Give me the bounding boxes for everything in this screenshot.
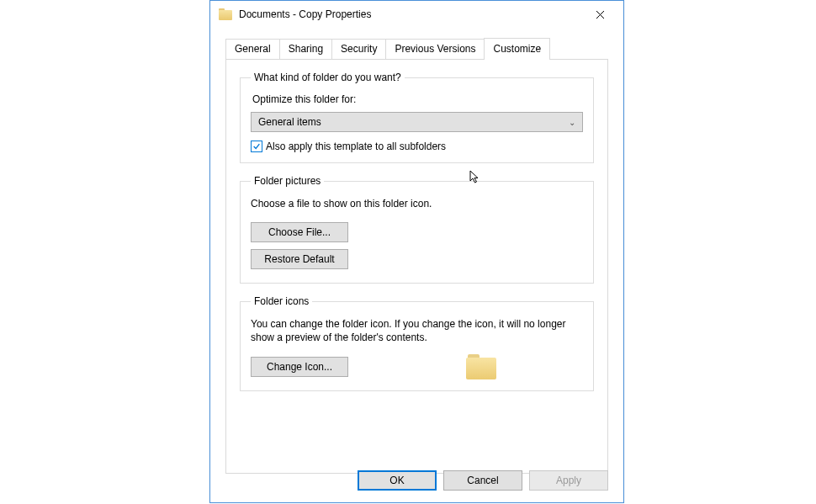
apply-subfolders-checkbox[interactable] bbox=[251, 141, 262, 152]
optimize-dropdown[interactable]: General items ⌄ bbox=[251, 112, 583, 132]
titlebar[interactable]: Documents - Copy Properties bbox=[210, 1, 623, 28]
close-icon bbox=[596, 10, 605, 19]
cancel-button[interactable]: Cancel bbox=[443, 470, 522, 491]
group-folder-kind-legend: What kind of folder do you want? bbox=[251, 72, 405, 83]
close-button[interactable] bbox=[583, 3, 617, 26]
folder-icon bbox=[219, 8, 232, 20]
choose-file-button[interactable]: Choose File... bbox=[251, 222, 348, 242]
dialog-footer: OK Cancel Apply bbox=[358, 470, 608, 491]
tab-general[interactable]: General bbox=[225, 39, 280, 59]
folder-pictures-desc: Choose a file to show on this folder ico… bbox=[251, 197, 583, 210]
apply-button[interactable]: Apply bbox=[529, 470, 608, 491]
group-folder-icons: Folder icons You can change the folder i… bbox=[240, 295, 594, 390]
folder-preview-icon bbox=[466, 354, 496, 379]
optimize-label: Optimize this folder for: bbox=[252, 93, 583, 105]
group-folder-kind: What kind of folder do you want? Optimiz… bbox=[240, 72, 594, 163]
apply-subfolders-label: Also apply this template to all subfolde… bbox=[266, 141, 446, 152]
tab-previous-versions[interactable]: Previous Versions bbox=[385, 39, 485, 59]
tab-sharing[interactable]: Sharing bbox=[279, 39, 332, 59]
folder-icons-desc: You can change the folder icon. If you c… bbox=[251, 317, 583, 344]
group-folder-icons-legend: Folder icons bbox=[251, 295, 312, 307]
tab-panel-customize: What kind of folder do you want? Optimiz… bbox=[225, 59, 608, 474]
tab-security[interactable]: Security bbox=[331, 39, 386, 59]
window-title: Documents - Copy Properties bbox=[239, 8, 583, 20]
checkmark-icon bbox=[252, 142, 261, 151]
change-icon-button[interactable]: Change Icon... bbox=[251, 357, 348, 377]
tab-customize[interactable]: Customize bbox=[484, 38, 550, 60]
restore-default-button[interactable]: Restore Default bbox=[251, 249, 348, 269]
ok-button[interactable]: OK bbox=[358, 470, 437, 491]
group-folder-pictures: Folder pictures Choose a file to show on… bbox=[240, 175, 594, 284]
group-folder-pictures-legend: Folder pictures bbox=[251, 175, 324, 187]
optimize-dropdown-value: General items bbox=[258, 116, 321, 128]
chevron-down-icon: ⌄ bbox=[569, 118, 575, 127]
tabstrip: General Sharing Security Previous Versio… bbox=[210, 28, 623, 59]
properties-dialog: Documents - Copy Properties General Shar… bbox=[209, 0, 624, 503]
